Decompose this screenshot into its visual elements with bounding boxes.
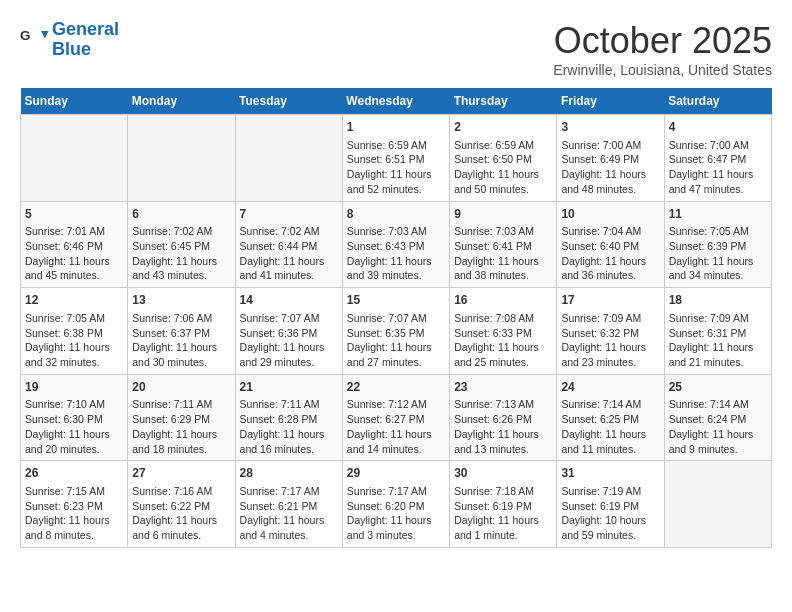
weekday-header-row: SundayMondayTuesdayWednesdayThursdayFrid… (21, 88, 772, 115)
sunrise-text: Sunrise: 7:05 AM (25, 312, 105, 324)
sunrise-text: Sunrise: 7:00 AM (669, 139, 749, 151)
sunrise-text: Sunrise: 7:07 AM (240, 312, 320, 324)
day-number: 7 (240, 206, 338, 223)
calendar-cell (128, 115, 235, 202)
sunset-text: Sunset: 6:45 PM (132, 240, 210, 252)
daylight-label: Daylight: 11 hours and 30 minutes. (132, 341, 217, 368)
page-header: G General Blue October 2025 Erwinville, … (20, 20, 772, 78)
daylight-label: Daylight: 11 hours and 1 minute. (454, 514, 539, 541)
sunrise-text: Sunrise: 7:07 AM (347, 312, 427, 324)
day-number: 17 (561, 292, 659, 309)
daylight-label: Daylight: 11 hours and 29 minutes. (240, 341, 325, 368)
sunrise-text: Sunrise: 7:16 AM (132, 485, 212, 497)
day-number: 3 (561, 119, 659, 136)
sunrise-text: Sunrise: 7:17 AM (347, 485, 427, 497)
sunset-text: Sunset: 6:47 PM (669, 153, 747, 165)
sunset-text: Sunset: 6:27 PM (347, 413, 425, 425)
day-number: 18 (669, 292, 767, 309)
calendar-cell: 1Sunrise: 6:59 AMSunset: 6:51 PMDaylight… (342, 115, 449, 202)
logo: G General Blue (20, 20, 119, 60)
calendar-cell: 27Sunrise: 7:16 AMSunset: 6:22 PMDayligh… (128, 461, 235, 548)
daylight-label: Daylight: 11 hours and 16 minutes. (240, 428, 325, 455)
calendar-cell: 12Sunrise: 7:05 AMSunset: 6:38 PMDayligh… (21, 288, 128, 375)
weekday-header: Wednesday (342, 88, 449, 115)
day-number: 24 (561, 379, 659, 396)
daylight-label: Daylight: 11 hours and 52 minutes. (347, 168, 432, 195)
sunset-text: Sunset: 6:33 PM (454, 327, 532, 339)
sunset-text: Sunset: 6:21 PM (240, 500, 318, 512)
sunset-text: Sunset: 6:32 PM (561, 327, 639, 339)
day-number: 14 (240, 292, 338, 309)
day-number: 26 (25, 465, 123, 482)
daylight-label: Daylight: 11 hours and 14 minutes. (347, 428, 432, 455)
daylight-label: Daylight: 11 hours and 18 minutes. (132, 428, 217, 455)
sunrise-text: Sunrise: 7:09 AM (669, 312, 749, 324)
calendar-cell: 10Sunrise: 7:04 AMSunset: 6:40 PMDayligh… (557, 201, 664, 288)
daylight-label: Daylight: 11 hours and 20 minutes. (25, 428, 110, 455)
logo-general: General (52, 19, 119, 39)
day-number: 20 (132, 379, 230, 396)
daylight-label: Daylight: 11 hours and 3 minutes. (347, 514, 432, 541)
sunrise-text: Sunrise: 7:11 AM (132, 398, 212, 410)
sunrise-text: Sunrise: 7:19 AM (561, 485, 641, 497)
daylight-label: Daylight: 11 hours and 8 minutes. (25, 514, 110, 541)
daylight-label: Daylight: 11 hours and 9 minutes. (669, 428, 754, 455)
sunrise-text: Sunrise: 7:03 AM (454, 225, 534, 237)
calendar-week-row: 19Sunrise: 7:10 AMSunset: 6:30 PMDayligh… (21, 374, 772, 461)
sunrise-text: Sunrise: 6:59 AM (347, 139, 427, 151)
calendar-cell: 15Sunrise: 7:07 AMSunset: 6:35 PMDayligh… (342, 288, 449, 375)
sunset-text: Sunset: 6:43 PM (347, 240, 425, 252)
day-number: 29 (347, 465, 445, 482)
calendar-cell: 6Sunrise: 7:02 AMSunset: 6:45 PMDaylight… (128, 201, 235, 288)
calendar-week-row: 1Sunrise: 6:59 AMSunset: 6:51 PMDaylight… (21, 115, 772, 202)
calendar-cell (235, 115, 342, 202)
sunset-text: Sunset: 6:40 PM (561, 240, 639, 252)
day-number: 6 (132, 206, 230, 223)
daylight-label: Daylight: 11 hours and 36 minutes. (561, 255, 646, 282)
weekday-header: Monday (128, 88, 235, 115)
location-text: Erwinville, Louisiana, United States (553, 62, 772, 78)
sunrise-text: Sunrise: 7:02 AM (132, 225, 212, 237)
daylight-label: Daylight: 11 hours and 23 minutes. (561, 341, 646, 368)
calendar-cell: 5Sunrise: 7:01 AMSunset: 6:46 PMDaylight… (21, 201, 128, 288)
calendar-cell: 3Sunrise: 7:00 AMSunset: 6:49 PMDaylight… (557, 115, 664, 202)
daylight-label: Daylight: 11 hours and 34 minutes. (669, 255, 754, 282)
sunset-text: Sunset: 6:24 PM (669, 413, 747, 425)
calendar-cell: 30Sunrise: 7:18 AMSunset: 6:19 PMDayligh… (450, 461, 557, 548)
sunrise-text: Sunrise: 7:10 AM (25, 398, 105, 410)
sunrise-text: Sunrise: 7:01 AM (25, 225, 105, 237)
calendar-cell: 8Sunrise: 7:03 AMSunset: 6:43 PMDaylight… (342, 201, 449, 288)
calendar-week-row: 12Sunrise: 7:05 AMSunset: 6:38 PMDayligh… (21, 288, 772, 375)
daylight-label: Daylight: 11 hours and 32 minutes. (25, 341, 110, 368)
daylight-label: Daylight: 11 hours and 6 minutes. (132, 514, 217, 541)
sunrise-text: Sunrise: 7:11 AM (240, 398, 320, 410)
calendar-cell: 21Sunrise: 7:11 AMSunset: 6:28 PMDayligh… (235, 374, 342, 461)
sunset-text: Sunset: 6:30 PM (25, 413, 103, 425)
sunrise-text: Sunrise: 7:08 AM (454, 312, 534, 324)
daylight-label: Daylight: 10 hours and 59 minutes. (561, 514, 646, 541)
calendar-week-row: 5Sunrise: 7:01 AMSunset: 6:46 PMDaylight… (21, 201, 772, 288)
calendar-week-row: 26Sunrise: 7:15 AMSunset: 6:23 PMDayligh… (21, 461, 772, 548)
sunset-text: Sunset: 6:19 PM (561, 500, 639, 512)
day-number: 9 (454, 206, 552, 223)
calendar-cell: 25Sunrise: 7:14 AMSunset: 6:24 PMDayligh… (664, 374, 771, 461)
day-number: 2 (454, 119, 552, 136)
day-number: 30 (454, 465, 552, 482)
day-number: 13 (132, 292, 230, 309)
calendar-cell: 19Sunrise: 7:10 AMSunset: 6:30 PMDayligh… (21, 374, 128, 461)
day-number: 22 (347, 379, 445, 396)
calendar-cell: 28Sunrise: 7:17 AMSunset: 6:21 PMDayligh… (235, 461, 342, 548)
daylight-label: Daylight: 11 hours and 21 minutes. (669, 341, 754, 368)
day-number: 27 (132, 465, 230, 482)
day-number: 31 (561, 465, 659, 482)
calendar-cell: 20Sunrise: 7:11 AMSunset: 6:29 PMDayligh… (128, 374, 235, 461)
day-number: 5 (25, 206, 123, 223)
sunrise-text: Sunrise: 7:13 AM (454, 398, 534, 410)
daylight-label: Daylight: 11 hours and 45 minutes. (25, 255, 110, 282)
calendar-cell: 23Sunrise: 7:13 AMSunset: 6:26 PMDayligh… (450, 374, 557, 461)
calendar-cell: 4Sunrise: 7:00 AMSunset: 6:47 PMDaylight… (664, 115, 771, 202)
sunset-text: Sunset: 6:23 PM (25, 500, 103, 512)
weekday-header: Sunday (21, 88, 128, 115)
daylight-label: Daylight: 11 hours and 50 minutes. (454, 168, 539, 195)
sunset-text: Sunset: 6:28 PM (240, 413, 318, 425)
